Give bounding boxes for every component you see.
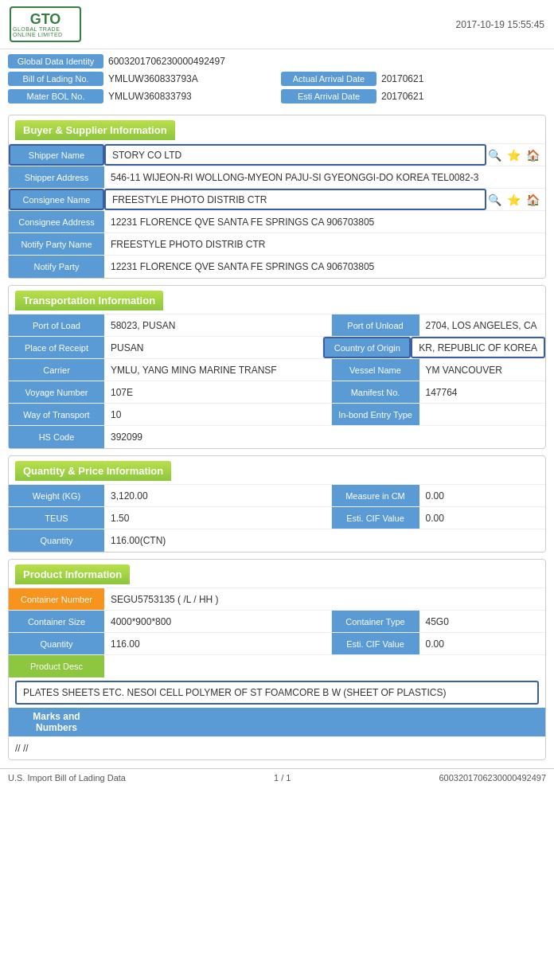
port-of-load-value: 58023, PUSAN — [104, 314, 332, 336]
notify-party-value: 12231 FLORENCE QVE SANTA FE SPRINGS CA 9… — [104, 256, 545, 278]
marks-value: // // — [9, 737, 545, 759]
receipt-origin-row: Place of Receipt PUSAN Country of Origin… — [9, 337, 545, 359]
container-size-label: Container Size — [9, 611, 104, 632]
consignee-home-icon[interactable]: 🏠 — [525, 192, 540, 208]
port-of-unload-pair: Port of Unload 2704, LOS ANGELES, CA — [332, 314, 546, 336]
shipper-home-icon[interactable]: 🏠 — [525, 147, 540, 163]
measure-pair: Measure in CM 0.00 — [332, 485, 546, 506]
port-row: Port of Load 58023, PUSAN Port of Unload… — [9, 314, 545, 337]
product-desc-value: PLATES SHEETS ETC. NESOI CELL POLYMER OF… — [15, 681, 539, 705]
marks-row: Marks and Numbers — [9, 708, 545, 737]
container-size-value: 4000*900*800 — [104, 611, 332, 632]
shipper-address-label: Shipper Address — [9, 166, 104, 188]
consignee-name-row: Consignee Name FREESTYLE PHOTO DISTRIB C… — [9, 189, 545, 211]
esti-arrival-cell: Esti Arrival Date 20170621 — [281, 89, 546, 103]
product-quantity-cif-row: Quantity 116.00 Esti. CIF Value 0.00 — [9, 633, 545, 655]
quantity-price-header-wrap: Quantity & Price Information — [9, 456, 545, 485]
container-number-row: Container Number SEGU5753135 ( /L / HH ) — [9, 588, 545, 611]
hs-code-value: 392099 — [104, 426, 545, 448]
hs-code-label: HS Code — [9, 426, 104, 448]
vessel-name-pair: Vessel Name YM VANCOUVER — [332, 359, 546, 381]
header: GTO GLOBAL TRADE ONLINE LIMITED 2017-10-… — [0, 0, 554, 49]
inbond-entry-pair: In-bond Entry Type — [332, 404, 546, 425]
product-info-section: Product Information Container Number SEG… — [8, 559, 546, 760]
container-type-pair: Container Type 45G0 — [332, 611, 546, 632]
consignee-address-row: Consignee Address 12231 FLORENCE QVE SAN… — [9, 211, 545, 233]
buyer-supplier-section: Buyer & Supplier Information Shipper Nam… — [8, 115, 546, 279]
consignee-star-icon[interactable]: ⭐ — [505, 192, 521, 208]
product-quantity-label: Quantity — [9, 633, 104, 654]
product-desc-label: Product Desc — [9, 655, 104, 677]
esti-cif-pair: Esti. CIF Value 0.00 — [332, 507, 546, 529]
shipper-search-icon[interactable]: 🔍 — [486, 147, 502, 163]
global-data-label: Global Data Identity — [8, 54, 103, 68]
esti-arrival-value: 20170621 — [381, 91, 423, 102]
consignee-address-label: Consignee Address — [9, 211, 104, 232]
buyer-supplier-header-wrap: Buyer & Supplier Information — [9, 115, 545, 144]
voyage-number-value: 107E — [104, 381, 332, 403]
footer-left: U.S. Import Bill of Lading Data — [8, 773, 126, 783]
container-size-type-row: Container Size 4000*900*800 Container Ty… — [9, 611, 545, 633]
weight-measure-row: Weight (KG) 3,120.00 Measure in CM 0.00 — [9, 485, 545, 507]
manifest-pair: Manifest No. 147764 — [332, 381, 546, 403]
logo-area: GTO GLOBAL TRADE ONLINE LIMITED — [10, 6, 81, 42]
carrier-label: Carrier — [9, 359, 104, 381]
container-type-label: Container Type — [332, 611, 419, 632]
place-of-receipt-label: Place of Receipt — [9, 337, 104, 358]
marks-label: Marks and Numbers — [9, 708, 104, 736]
carrier-value: YMLU, YANG MING MARINE TRANSF — [104, 359, 332, 381]
consignee-name-value: FREESTYLE PHOTO DISTRIB CTR — [104, 189, 486, 210]
way-of-transport-label: Way of Transport — [9, 404, 104, 425]
product-quantity-value: 116.00 — [104, 633, 332, 654]
product-esti-cif-value: 0.00 — [419, 633, 546, 654]
notify-party-label: Notify Party — [9, 256, 104, 278]
mater-bol-label: Mater BOL No. — [8, 89, 103, 103]
consignee-search-icon[interactable]: 🔍 — [486, 192, 502, 208]
vessel-name-label: Vessel Name — [332, 359, 419, 381]
shipper-name-row: Shipper Name STORY CO LTD 🔍 ⭐ 🏠 — [9, 144, 545, 166]
weight-label: Weight (KG) — [9, 485, 104, 506]
port-of-unload-label: Port of Unload — [332, 314, 419, 336]
place-of-receipt-value: PUSAN — [104, 337, 323, 358]
product-info-header-wrap: Product Information — [9, 560, 545, 588]
notify-party-name-label: Notify Party Name — [9, 233, 104, 255]
consignee-name-label: Consignee Name — [9, 189, 104, 210]
quantity-price-title: Quantity & Price Information — [15, 461, 171, 481]
transport-inbond-row: Way of Transport 10 In-bond Entry Type — [9, 404, 545, 426]
buyer-supplier-title: Buyer & Supplier Information — [15, 120, 175, 140]
in-bond-entry-label: In-bond Entry Type — [332, 404, 419, 425]
shipper-address-row: Shipper Address 546-11 WIJEON-RI WOLLONG… — [9, 166, 545, 189]
country-of-origin-label: Country of Origin — [323, 337, 411, 358]
mater-bol-value: YMLUW360833793 — [108, 91, 192, 102]
bol-label: Bill of Lading No. — [8, 72, 103, 86]
port-of-unload-value: 2704, LOS ANGELES, CA — [419, 314, 546, 336]
mater-bol-cell: Mater BOL No. YMLUW360833793 — [8, 89, 273, 103]
teus-value: 1.50 — [104, 507, 332, 529]
manifest-no-value: 147764 — [419, 381, 546, 403]
weight-value: 3,120.00 — [104, 485, 332, 506]
transportation-section: Transportation Information Port of Load … — [8, 285, 546, 449]
measure-label: Measure in CM — [332, 485, 419, 506]
actual-arrival-cell: Actual Arrival Date 20170621 — [281, 72, 546, 86]
quantity-value: 116.00(CTN) — [104, 529, 545, 552]
quantity-label: Quantity — [9, 529, 104, 552]
voyage-number-label: Voyage Number — [9, 381, 104, 403]
bol-row: Bill of Lading No. YMLUW360833793A Actua… — [8, 72, 546, 86]
product-esti-cif-label: Esti. CIF Value — [332, 633, 419, 654]
actual-arrival-label: Actual Arrival Date — [281, 72, 376, 86]
hs-code-row: HS Code 392099 — [9, 426, 545, 448]
container-type-value: 45G0 — [419, 611, 546, 632]
global-data-value: 6003201706230000492497 — [108, 56, 225, 67]
quantity-price-section: Quantity & Price Information Weight (KG)… — [8, 455, 546, 552]
esti-cif-value: 0.00 — [419, 507, 546, 529]
product-desc-label-row: Product Desc — [9, 655, 545, 677]
esti-cif-label: Esti. CIF Value — [332, 507, 419, 529]
country-of-origin-value: KR, REPUBLIC OF KOREA — [411, 337, 545, 358]
shipper-star-icon[interactable]: ⭐ — [505, 147, 521, 163]
teus-label: TEUS — [9, 507, 104, 529]
shipper-name-label: Shipper Name — [9, 144, 104, 166]
notify-party-row: Notify Party 12231 FLORENCE QVE SANTA FE… — [9, 256, 545, 278]
transportation-title: Transportation Information — [15, 291, 163, 310]
esti-arrival-label: Esti Arrival Date — [281, 89, 376, 103]
container-number-label: Container Number — [9, 588, 104, 610]
